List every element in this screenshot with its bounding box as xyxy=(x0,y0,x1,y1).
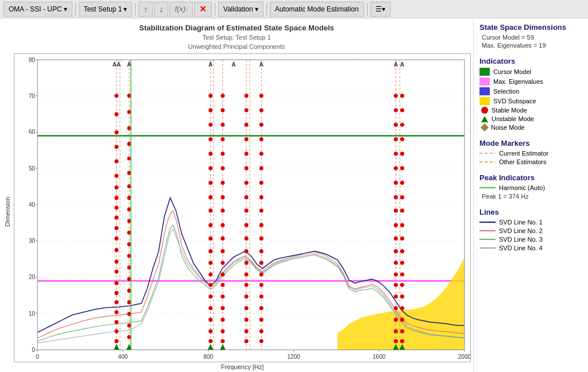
legend-svd-line-1: SVD Line No. 1 xyxy=(479,219,582,226)
auto-mode-button[interactable]: Automatic Mode Estimation xyxy=(270,2,364,17)
svd-line-4-color xyxy=(479,247,496,249)
svg-point-34 xyxy=(114,226,118,230)
noise-mode-label: Noise Mode xyxy=(491,124,525,131)
svg-text:70: 70 xyxy=(29,93,36,99)
svg-point-155 xyxy=(394,223,398,227)
svg-point-92 xyxy=(220,181,225,185)
svg-point-121 xyxy=(245,294,249,299)
svg-text:60: 60 xyxy=(29,129,36,135)
chart-title-sub2: Unweighted Principal Components xyxy=(2,42,471,51)
fx-button[interactable]: f(x)· xyxy=(169,2,192,17)
svg-point-129 xyxy=(260,137,264,141)
svg-point-37 xyxy=(114,259,118,264)
svg-point-134 xyxy=(260,208,264,212)
svg-point-100 xyxy=(220,283,225,287)
svg-text:80: 80 xyxy=(29,57,36,63)
svg-point-120 xyxy=(245,283,249,287)
chart-title: Stabilization Diagram of Estimated State… xyxy=(2,23,471,51)
svg-point-99 xyxy=(220,272,225,276)
test-setup-button[interactable]: Test Setup 1 ▾ xyxy=(79,2,133,17)
svg-point-111 xyxy=(245,166,249,170)
lines-title: Lines xyxy=(479,208,582,216)
svg-point-30 xyxy=(114,185,118,189)
svg-point-114 xyxy=(245,208,249,212)
svg-point-28 xyxy=(114,159,118,163)
svg-point-175 xyxy=(400,223,404,227)
svg-point-169 xyxy=(400,137,404,141)
svg-text:0: 0 xyxy=(36,354,39,360)
svg-point-25 xyxy=(114,113,118,117)
validation-button[interactable]: Validation ▾ xyxy=(218,2,264,17)
legend-svd-line-3: SVD Line No. 3 xyxy=(479,236,582,243)
chart-container[interactable]: AA A A A A A A xyxy=(14,53,471,362)
indicators-title: Indicators xyxy=(479,57,582,65)
state-space-title: State Space Dimensions xyxy=(479,23,582,32)
svg-point-98 xyxy=(220,261,225,265)
stable-mode-dot xyxy=(481,107,488,114)
svg-point-33 xyxy=(114,215,118,219)
svg-text:1200: 1200 xyxy=(287,354,300,360)
app-menu-button[interactable]: OMA - SSI - UPC ▾ xyxy=(3,2,72,17)
svg-text:800: 800 xyxy=(203,354,213,360)
svd-subspace-label: SVD Subspace xyxy=(493,98,536,104)
svg-point-145 xyxy=(260,339,264,343)
indicators-section: Indicators Cursor Model Max. Eigenvalues… xyxy=(479,57,582,131)
toolbar-separator-2 xyxy=(135,3,136,16)
validation-label: Validation xyxy=(223,5,253,13)
svg-point-115 xyxy=(245,223,249,227)
svg-point-112 xyxy=(245,181,249,185)
delete-button[interactable]: ✕ xyxy=(194,2,212,17)
svg-point-128 xyxy=(260,123,264,127)
svg-point-78 xyxy=(208,261,212,265)
down-arrow-button[interactable]: ↓ xyxy=(154,2,168,17)
svg-point-32 xyxy=(114,206,118,210)
legend-unstable-mode: Unstable Mode xyxy=(479,115,582,122)
svg-text:A: A xyxy=(394,61,398,68)
svg-point-150 xyxy=(394,152,398,156)
svg-point-26 xyxy=(114,130,118,134)
up-arrow-button[interactable]: ↑ xyxy=(138,2,153,17)
svg-text:40: 40 xyxy=(29,202,36,208)
svg-point-85 xyxy=(208,339,212,343)
harmonic-label: Harmonic (Auto) xyxy=(499,184,545,191)
svg-point-142 xyxy=(260,306,264,310)
current-estimator-line xyxy=(479,153,496,154)
svg-point-162 xyxy=(394,306,398,310)
svg-point-157 xyxy=(394,249,398,253)
svg-point-80 xyxy=(208,283,212,287)
test-setup-chevron: ▾ xyxy=(123,5,127,13)
svg-point-139 xyxy=(260,272,264,276)
current-estimator-label: Current Estimator xyxy=(499,150,548,157)
svg-point-39 xyxy=(114,281,118,285)
svg-point-140 xyxy=(260,283,264,287)
right-panel: State Space Dimensions Cursor Model = 59… xyxy=(473,18,588,372)
svg-point-148 xyxy=(394,123,398,127)
svg-point-118 xyxy=(245,261,249,265)
toolbar-separator-1 xyxy=(75,3,76,16)
toolbar-separator-5 xyxy=(367,3,368,16)
svg-text:20: 20 xyxy=(29,274,36,280)
toolbar: OMA - SSI - UPC ▾ Test Setup 1 ▾ ↑ ↓ f(x… xyxy=(0,0,588,18)
svg-point-141 xyxy=(260,294,264,299)
noise-mode-diamond xyxy=(481,123,489,131)
settings-button[interactable]: ☰▾ xyxy=(370,2,390,17)
toolbar-separator-3 xyxy=(215,3,215,16)
svg-point-113 xyxy=(245,195,249,199)
fx-icon: f(x)· xyxy=(175,5,187,13)
svg-point-72 xyxy=(208,181,212,185)
svg-point-96 xyxy=(220,237,225,241)
svg-point-161 xyxy=(394,294,398,299)
svg-point-107 xyxy=(245,108,249,112)
svg-point-24 xyxy=(114,94,118,98)
unstable-mode-triangle xyxy=(481,116,488,122)
test-setup-label: Test Setup 1 xyxy=(84,5,122,13)
svg-point-153 xyxy=(394,195,398,199)
legend-other-estimators: Other Estimators xyxy=(479,158,582,165)
svd-line-2-label: SVD Line No. 2 xyxy=(499,227,543,234)
svg-point-123 xyxy=(245,317,249,321)
mode-markers-title: Mode Markers xyxy=(479,139,582,148)
svd-line-3-color xyxy=(479,239,496,240)
svg-point-154 xyxy=(394,208,398,212)
svg-point-159 xyxy=(394,272,398,276)
settings-icon: ☰▾ xyxy=(376,5,385,13)
